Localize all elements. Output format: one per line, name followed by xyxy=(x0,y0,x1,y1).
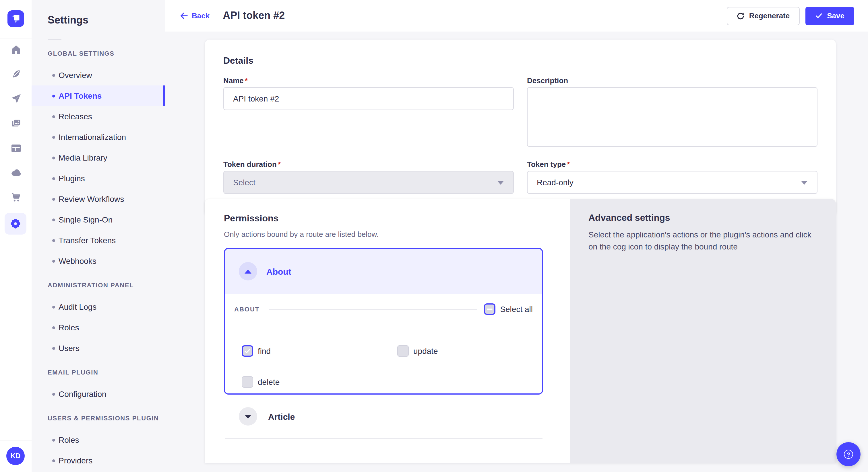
about-subsection-row: ABOUT Select all xyxy=(234,303,533,315)
sidebar-item-up-providers[interactable]: Providers xyxy=(32,450,165,471)
layout-icon[interactable] xyxy=(10,142,22,154)
action-update: update xyxy=(397,345,438,357)
home-icon[interactable] xyxy=(10,43,22,55)
update-checkbox[interactable] xyxy=(397,345,409,357)
description-label: Description xyxy=(527,76,568,85)
sidebar-item-admin-roles[interactable]: Roles xyxy=(32,317,165,338)
users-permissions-list: Roles Providers xyxy=(32,430,165,471)
token-type-label: Token type* xyxy=(527,160,570,169)
global-settings-list: Overview API Tokens Releases Internation… xyxy=(32,65,165,271)
sidebar-item-single-sign-on[interactable]: Single Sign-On xyxy=(32,209,165,230)
token-duration-value: Select xyxy=(233,178,255,187)
send-icon[interactable] xyxy=(10,92,22,104)
back-link[interactable]: Back xyxy=(180,11,210,20)
advanced-settings-body: Select the application's actions or the … xyxy=(588,229,818,253)
strapi-logo-mark xyxy=(7,10,24,27)
question-mark-icon: ? xyxy=(844,450,853,459)
name-input[interactable] xyxy=(223,87,514,110)
sidebar-item-internationalization[interactable]: Internationalization xyxy=(32,127,165,147)
permissions-subtitle: Only actions bound by a route are listed… xyxy=(224,230,379,239)
save-button[interactable]: Save xyxy=(805,7,854,25)
app-root: KD Settings GLOBAL SETTINGS Overview API… xyxy=(0,0,868,472)
sidebar-item-admin-users[interactable]: Users xyxy=(32,338,165,359)
action-find: find xyxy=(242,345,271,357)
indeterminate-dash-icon xyxy=(487,308,493,310)
sidebar-title-divider xyxy=(48,39,61,40)
required-asterisk: * xyxy=(278,160,281,169)
advanced-settings-panel: Advanced settings Select the application… xyxy=(570,199,836,463)
check-icon xyxy=(815,12,823,20)
description-textarea[interactable] xyxy=(527,87,817,147)
select-all-label: Select all xyxy=(500,305,533,314)
sidebar-item-transfer-tokens[interactable]: Transfer Tokens xyxy=(32,230,165,250)
regenerate-button[interactable]: Regenerate xyxy=(727,7,800,25)
delete-checkbox[interactable] xyxy=(242,376,253,388)
collapse-toggle-button[interactable] xyxy=(239,262,257,280)
chevron-down-icon xyxy=(497,180,504,184)
refresh-icon xyxy=(737,12,745,20)
advanced-settings-title: Advanced settings xyxy=(588,213,670,223)
sidebar-item-plugins[interactable]: Plugins xyxy=(32,168,165,189)
gear-icon[interactable] xyxy=(5,213,26,235)
section-label-administration-panel: ADMINISTRATION PANEL xyxy=(48,282,165,289)
required-asterisk: * xyxy=(245,76,248,85)
sidebar-item-media-library[interactable]: Media Library xyxy=(32,147,165,168)
sidebar-item-review-workflows[interactable]: Review Workflows xyxy=(32,189,165,209)
token-type-value: Read-only xyxy=(537,178,574,187)
rail-divider-bottom xyxy=(0,440,32,440)
accordion-article-name: Article xyxy=(268,411,295,421)
expand-toggle-button[interactable] xyxy=(239,407,257,426)
strapi-logo[interactable] xyxy=(7,10,24,27)
page-header: Back API token #2 Regenerate Save xyxy=(165,0,868,32)
permissions-section: Permissions Only actions bound by a rout… xyxy=(205,199,836,463)
details-card: Details Name* Description Token duration… xyxy=(205,40,836,216)
next-section-divider xyxy=(225,438,542,439)
about-subsection-label: ABOUT xyxy=(234,306,259,312)
accordion-about: About ABOUT Select all xyxy=(224,248,543,395)
rail-divider-top xyxy=(0,38,32,38)
page-title: API token #2 xyxy=(223,10,285,22)
caret-up-icon xyxy=(245,269,251,273)
token-duration-label: Token duration* xyxy=(223,160,281,169)
find-checkbox[interactable] xyxy=(242,345,253,357)
sidebar-item-webhooks[interactable]: Webhooks xyxy=(32,250,165,271)
help-button[interactable]: ? xyxy=(836,442,861,466)
name-label: Name* xyxy=(223,76,248,85)
select-all-checkbox[interactable] xyxy=(484,303,495,315)
sidebar-item-up-roles[interactable]: Roles xyxy=(32,430,165,450)
section-label-global-settings: GLOBAL SETTINGS xyxy=(48,50,165,57)
regenerate-label: Regenerate xyxy=(749,11,790,20)
check-icon xyxy=(244,347,251,355)
details-title: Details xyxy=(223,56,253,66)
caret-down-icon xyxy=(245,414,251,418)
token-duration-select[interactable]: Select xyxy=(223,171,514,194)
accordion-about-body: ABOUT Select all xyxy=(225,303,542,395)
permissions-title: Permissions xyxy=(224,213,278,224)
sidebar-item-audit-logs[interactable]: Audit Logs xyxy=(32,297,165,317)
sidebar-item-email-configuration[interactable]: Configuration xyxy=(32,384,165,404)
nav-rail: KD xyxy=(0,0,32,472)
email-plugin-list: Configuration xyxy=(32,384,165,404)
update-label: update xyxy=(413,346,438,356)
sidebar-item-overview[interactable]: Overview xyxy=(32,65,165,86)
section-label-users-permissions-plugin: USERS & PERMISSIONS PLUGIN xyxy=(48,415,165,422)
settings-sidebar: Settings GLOBAL SETTINGS Overview API To… xyxy=(32,0,165,472)
sidebar-title: Settings xyxy=(32,14,165,26)
media-images-icon[interactable] xyxy=(10,117,22,129)
feather-icon[interactable] xyxy=(10,68,22,80)
arrow-left-icon xyxy=(180,11,188,20)
sidebar-item-releases[interactable]: Releases xyxy=(32,106,165,127)
header-actions: Regenerate Save xyxy=(727,7,854,25)
section-label-email-plugin: EMAIL PLUGIN xyxy=(48,369,165,376)
accordion-about-name: About xyxy=(267,266,291,276)
token-type-select[interactable]: Read-only xyxy=(527,171,817,194)
accordion-article-header[interactable]: Article xyxy=(239,407,295,426)
required-asterisk: * xyxy=(567,160,570,169)
avatar[interactable]: KD xyxy=(6,447,25,465)
delete-label: delete xyxy=(258,377,280,386)
cart-icon[interactable] xyxy=(10,191,22,203)
cloud-icon[interactable] xyxy=(10,166,22,178)
sidebar-item-api-tokens[interactable]: API Tokens xyxy=(32,86,165,106)
subsection-divider xyxy=(269,309,477,309)
accordion-about-header[interactable]: About xyxy=(225,249,542,294)
